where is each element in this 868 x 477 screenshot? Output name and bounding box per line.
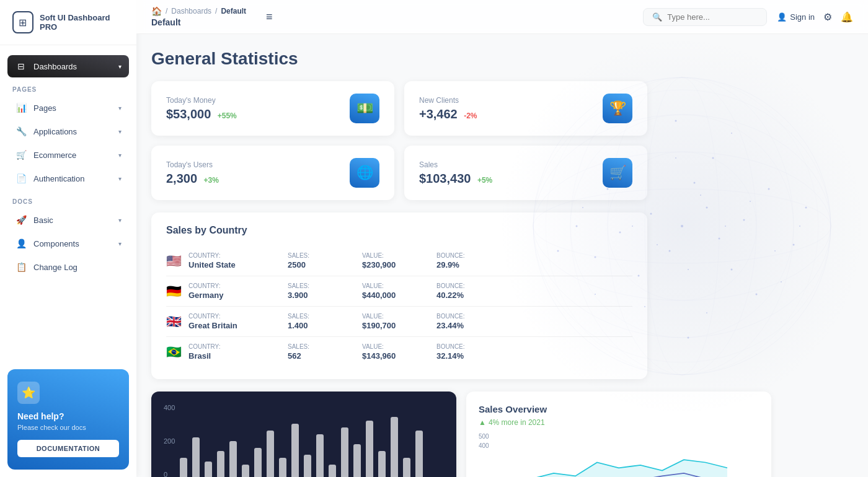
breadcrumb-dashboards: Dashboards bbox=[171, 7, 211, 15]
section-label-docs: DOCS bbox=[7, 191, 129, 209]
svg-point-39 bbox=[774, 250, 776, 252]
svg-point-28 bbox=[688, 337, 689, 339]
overview-growth: ▲ 4% more in 2021 bbox=[479, 418, 759, 427]
svg-point-41 bbox=[731, 133, 732, 134]
table-row: 🇺🇸 Country: United State Sales: 2500 Val… bbox=[166, 246, 632, 276]
chevron-down-icon: ▾ bbox=[118, 105, 122, 112]
chart-bars bbox=[180, 404, 423, 477]
applications-icon: 🔧 bbox=[15, 126, 27, 136]
bottom-row: 400 200 0 Sales Overview ▲ 4% more in 20… bbox=[151, 392, 771, 477]
chart-y-labels: 400 200 0 bbox=[164, 404, 175, 477]
documentation-button[interactable]: DOCUMENTATION bbox=[17, 440, 119, 457]
logo-icon: ⊞ bbox=[12, 11, 33, 33]
menu-icon[interactable]: ≡ bbox=[266, 11, 273, 24]
svg-point-12 bbox=[706, 207, 708, 209]
sidebar-item-changelog[interactable]: 📋 Change Log bbox=[7, 256, 129, 278]
stat-card-1: New Clients +3,462 -2% 🏆 bbox=[404, 81, 647, 136]
stat-badge-3: +5% bbox=[477, 176, 492, 185]
content-area: General Statistics Today's Money $53,000… bbox=[136, 34, 868, 477]
signin-label: Sign in bbox=[790, 12, 815, 22]
topbar-right: 🔍 👤 Sign in ⚙ 🔔 bbox=[643, 8, 853, 26]
stats-row: Today's Money $53,000 +55% 💵 New Clients… bbox=[151, 81, 647, 200]
bell-icon[interactable]: 🔔 bbox=[841, 11, 853, 23]
svg-point-13 bbox=[719, 238, 720, 240]
svg-point-24 bbox=[756, 294, 758, 295]
svg-point-26 bbox=[793, 244, 795, 246]
flag-icon: 🇧🇷 bbox=[166, 344, 188, 359]
svg-point-38 bbox=[675, 157, 676, 159]
svg-marker-47 bbox=[510, 460, 727, 477]
chart-bar bbox=[316, 434, 324, 478]
sidebar-item-authentication[interactable]: 📄 Authentication ▾ bbox=[7, 167, 129, 190]
home-icon: 🏠 bbox=[151, 6, 162, 16]
topbar-actions: 👤 Sign in ⚙ 🔔 bbox=[777, 11, 853, 23]
sidebar-item-dashboards[interactable]: ⊟ Dashboards ▾ bbox=[7, 55, 129, 77]
stat-label-3: Sales bbox=[419, 160, 492, 169]
stat-card-0: Today's Money $53,000 +55% 💵 bbox=[151, 81, 394, 136]
sidebar-label-applications: Applications bbox=[33, 127, 77, 136]
chevron-down-icon: ▾ bbox=[118, 128, 122, 135]
svg-point-23 bbox=[712, 157, 714, 159]
sales-by-country-title: Sales by Country bbox=[166, 225, 632, 236]
stat-icon-2: 🌐 bbox=[350, 158, 379, 188]
chart-bar bbox=[366, 421, 373, 478]
search-icon: 🔍 bbox=[652, 12, 662, 22]
svg-point-33 bbox=[725, 225, 726, 227]
stat-card-3: Sales $103,430 +5% 🛒 bbox=[404, 146, 647, 200]
flag-icon: 🇺🇸 bbox=[166, 253, 188, 268]
chart-bar bbox=[205, 462, 212, 478]
table-row: 🇧🇷 Country: Brasil Sales: 562 Value: $14… bbox=[166, 337, 632, 367]
logo-text: Soft UI Dashboard PRO bbox=[40, 13, 124, 32]
svg-point-43 bbox=[582, 207, 583, 208]
topbar-left: 🏠 / Dashboards / Default Default bbox=[151, 6, 246, 27]
chevron-down-icon: ▾ bbox=[118, 63, 122, 70]
sidebar-item-components[interactable]: 👤 Components ▾ bbox=[7, 232, 129, 255]
chart-bar bbox=[254, 448, 262, 478]
signin-button[interactable]: 👤 Sign in bbox=[777, 12, 815, 22]
svg-point-32 bbox=[700, 195, 701, 196]
svg-point-42 bbox=[781, 281, 782, 282]
svg-point-34 bbox=[657, 244, 658, 245]
table-row: 🇩🇪 Country: Germany Sales: 3.900 Value: … bbox=[166, 276, 632, 307]
stat-badge-0: +55% bbox=[218, 112, 237, 120]
chart-bar bbox=[353, 444, 361, 477]
svg-point-16 bbox=[743, 219, 745, 221]
growth-label: 4% more in 2021 bbox=[489, 418, 545, 427]
help-subtitle: Please check our docs bbox=[17, 424, 119, 431]
sales-overview-card: Sales Overview ▲ 4% more in 2021 500 400 bbox=[466, 392, 771, 477]
svg-point-18 bbox=[694, 182, 696, 184]
page-breadcrumb-title: Default bbox=[151, 17, 246, 27]
search-box[interactable]: 🔍 bbox=[643, 8, 767, 26]
sidebar-item-basic[interactable]: 🚀 Basic ▾ bbox=[7, 209, 129, 231]
sidebar-label-changelog: Change Log bbox=[33, 263, 78, 272]
svg-point-14 bbox=[650, 213, 652, 215]
ecommerce-icon: 🛒 bbox=[15, 150, 27, 160]
chevron-down-icon: ▾ bbox=[118, 217, 122, 224]
search-input[interactable] bbox=[667, 12, 754, 22]
sidebar-label-components: Components bbox=[33, 239, 79, 248]
country-table: 🇺🇸 Country: United State Sales: 2500 Val… bbox=[166, 246, 632, 367]
pages-icon: 📊 bbox=[15, 103, 27, 113]
table-row: 🇬🇧 Country: Great Britain Sales: 1.400 V… bbox=[166, 307, 632, 337]
sidebar-item-ecommerce[interactable]: 🛒 Ecommerce ▾ bbox=[7, 144, 129, 166]
sidebar-item-applications[interactable]: 🔧 Applications ▾ bbox=[7, 120, 129, 142]
svg-point-36 bbox=[750, 201, 751, 202]
stat-label-0: Today's Money bbox=[166, 96, 237, 105]
breadcrumb: 🏠 / Dashboards / Default bbox=[151, 6, 246, 16]
svg-point-29 bbox=[675, 120, 677, 122]
svg-point-21 bbox=[768, 188, 770, 190]
sidebar-item-pages[interactable]: 📊 Pages ▾ bbox=[7, 97, 129, 119]
stat-label-2: Today's Users bbox=[166, 160, 219, 169]
settings-icon[interactable]: ⚙ bbox=[823, 11, 832, 23]
page-title: General Statistics bbox=[151, 49, 853, 69]
chart-bar bbox=[391, 417, 398, 477]
chart-bar bbox=[180, 458, 187, 477]
stat-label-1: New Clients bbox=[419, 96, 477, 105]
svg-point-35 bbox=[688, 269, 689, 270]
flag-icon: 🇬🇧 bbox=[166, 314, 188, 329]
help-title: Need help? bbox=[17, 411, 119, 421]
chevron-down-icon: ▾ bbox=[118, 175, 122, 182]
svg-point-15 bbox=[669, 250, 671, 252]
sidebar-label-ecommerce: Ecommerce bbox=[33, 151, 76, 160]
stat-icon-0: 💵 bbox=[350, 94, 379, 123]
